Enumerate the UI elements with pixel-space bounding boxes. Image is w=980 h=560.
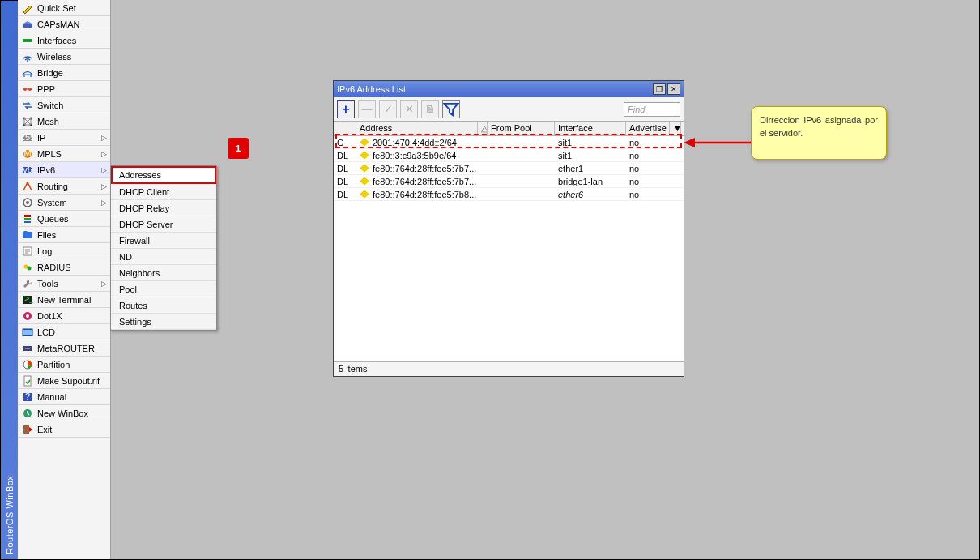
cell-interface: ether6	[555, 190, 626, 199]
sidebar-item-label: MPLS	[37, 146, 62, 162]
sidebar-item-files[interactable]: Files	[18, 227, 110, 243]
table-row[interactable]: DLfe80::764d:28ff:fee5:7b7...bridge1-lan…	[334, 175, 684, 188]
sidebar-item-manual[interactable]: ?Manual	[18, 389, 110, 405]
add-button[interactable]: +	[337, 100, 355, 118]
sidebar-item-log[interactable]: Log	[18, 243, 110, 259]
meta-icon	[21, 342, 34, 355]
find-input[interactable]: Find	[624, 102, 680, 117]
sidebar-item-tools[interactable]: Tools▷	[18, 276, 110, 292]
svg-point-7	[23, 88, 27, 91]
submenu-item-dhcp-relay[interactable]: DHCP Relay	[111, 200, 216, 216]
address-icon	[360, 177, 369, 186]
ipv6-submenu: AddressesDHCP ClientDHCP RelayDHCP Serve…	[110, 165, 217, 331]
sidebar-item-interfaces[interactable]: Interfaces	[18, 32, 110, 49]
disable-button[interactable]: ✕	[400, 100, 418, 118]
submenu-item-pool[interactable]: Pool	[111, 281, 216, 297]
window-restore-button[interactable]: ❐	[653, 83, 666, 95]
svg-rect-24	[24, 218, 31, 220]
svg-point-35	[26, 314, 29, 318]
address-icon	[360, 139, 369, 147]
ipv6-address-list-window: IPv6 Address List ❐ ✕ + — ✓ ✕ 🗎 Find Add…	[333, 80, 684, 377]
sidebar-item-new-winbox[interactable]: New WinBox	[18, 405, 110, 421]
sidebar-item-lcd[interactable]: LCD	[18, 324, 110, 340]
sidebar-item-make-supout-rif[interactable]: Make Supout.rif	[18, 373, 110, 389]
sidebar-item-switch[interactable]: Switch	[18, 97, 110, 113]
sidebar-item-metarouter[interactable]: MetaROUTER	[18, 340, 110, 357]
sidebar-item-mesh[interactable]: Mesh	[18, 113, 110, 130]
cell-interface: bridge1-lan	[555, 177, 626, 186]
sidebar-item-ipv6[interactable]: v6IPv6▷	[18, 162, 110, 178]
svg-rect-37	[23, 330, 32, 335]
switch-icon	[21, 99, 34, 112]
sidebar-item-system[interactable]: System▷	[18, 195, 110, 211]
col-dropdown[interactable]: ▼	[670, 122, 681, 135]
submenu-item-addresses[interactable]: Addresses	[111, 166, 216, 184]
mpls-icon: M	[21, 147, 34, 160]
sidebar-item-partition[interactable]: Partition	[18, 357, 110, 373]
sidebar: Quick SetCAPsMANInterfacesWirelessBridge…	[18, 0, 111, 559]
sidebar-item-routing[interactable]: Routing▷	[18, 178, 110, 195]
manual-icon: ?	[21, 391, 34, 404]
mesh-icon	[21, 115, 34, 128]
table-row[interactable]: DLfe80::3:c9a3:5b9e/64sit1no	[334, 149, 684, 162]
window-titlebar[interactable]: IPv6 Address List ❐ ✕	[334, 81, 684, 97]
sidebar-item-exit[interactable]: Exit	[18, 421, 110, 438]
radius-icon	[21, 261, 34, 274]
col-flag[interactable]	[334, 122, 356, 135]
queues-icon	[21, 212, 34, 225]
submenu-item-nd[interactable]: ND	[111, 249, 216, 265]
column-headers: Address △ From Pool Interface Advertise …	[334, 122, 684, 136]
sidebar-item-mpls[interactable]: MMPLS▷	[18, 146, 110, 162]
sidebar-item-radius[interactable]: RADIUS	[18, 259, 110, 276]
sidebar-item-bridge[interactable]: Bridge	[18, 65, 110, 81]
submenu-item-dhcp-client[interactable]: DHCP Client	[111, 184, 216, 200]
comment-button[interactable]: 🗎	[421, 100, 439, 118]
table-row[interactable]: G2001:470:4:4dd::2/64sit1no	[334, 136, 684, 149]
sidebar-item-wireless[interactable]: Wireless	[18, 49, 110, 65]
sidebar-item-label: Interfaces	[37, 32, 76, 49]
sidebar-item-label: Tools	[37, 276, 58, 292]
sidebar-item-dot1x[interactable]: Dot1X	[18, 308, 110, 324]
cell-flag: DL	[334, 151, 356, 160]
submenu-arrow-icon: ▷	[101, 162, 107, 178]
cell-flag: DL	[334, 177, 356, 186]
table-row[interactable]: DLfe80::764d:28ff:fee5:7b8...ether6no	[334, 188, 684, 201]
col-interface[interactable]: Interface	[555, 122, 626, 135]
sidebar-item-new-terminal[interactable]: >_New Terminal	[18, 292, 110, 308]
filter-button[interactable]	[442, 100, 460, 118]
annotation-callout: Dirreccion IPv6 asignada por el servidor…	[751, 106, 887, 160]
partition-icon	[21, 358, 34, 371]
sidebar-item-ppp[interactable]: PPP	[18, 81, 110, 97]
cap-icon	[21, 18, 34, 31]
submenu-item-settings[interactable]: Settings	[111, 314, 216, 330]
submenu-item-dhcp-server[interactable]: DHCP Server	[111, 216, 216, 233]
address-icon	[360, 190, 369, 199]
svg-point-8	[28, 88, 32, 91]
col-address[interactable]: Address	[356, 122, 478, 135]
files-icon	[21, 229, 34, 242]
app-title: RouterOS WinBox	[5, 476, 15, 554]
submenu-item-firewall[interactable]: Firewall	[111, 233, 216, 249]
sidebar-item-label: New WinBox	[37, 405, 88, 421]
svg-rect-3	[24, 40, 26, 41]
sidebar-item-label: Exit	[37, 421, 52, 438]
submenu-item-neighbors[interactable]: Neighbors	[111, 265, 216, 281]
window-close-button[interactable]: ✕	[667, 83, 680, 95]
enable-button[interactable]: ✓	[379, 100, 397, 118]
sidebar-item-ip[interactable]: 255IP▷	[18, 130, 110, 146]
cell-flag: DL	[334, 164, 356, 173]
sidebar-item-capsman[interactable]: CAPsMAN	[18, 16, 110, 32]
col-sort-indicator[interactable]: △	[478, 122, 488, 135]
terminal-icon: >_	[21, 293, 34, 306]
sidebar-item-quick-set[interactable]: Quick Set	[18, 0, 110, 16]
sidebar-item-queues[interactable]: Queues	[18, 211, 110, 227]
remove-button[interactable]: —	[358, 100, 376, 118]
table-row[interactable]: DLfe80::764d:28ff:fee5:7b7...ether1no	[334, 162, 684, 175]
sidebar-item-label: Bridge	[37, 65, 63, 81]
submenu-item-routes[interactable]: Routes	[111, 297, 216, 314]
col-from-pool[interactable]: From Pool	[488, 122, 555, 135]
tools-icon	[21, 277, 34, 290]
address-grid: G2001:470:4:4dd::2/64sit1noDLfe80::3:c9a…	[334, 136, 684, 361]
col-advertise[interactable]: Advertise	[626, 122, 670, 135]
svg-rect-1	[23, 24, 32, 28]
